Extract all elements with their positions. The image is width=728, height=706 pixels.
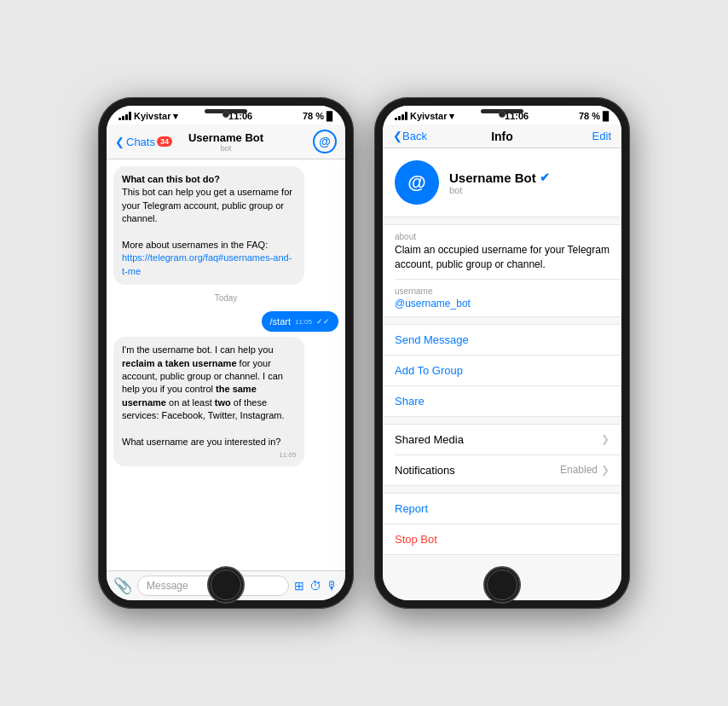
actions-section: Send Message Add To Group Share	[383, 324, 621, 417]
phone-info: Kyivstar ▾ 11:06 78 % ▉ ❮ Back Info Edit	[374, 97, 630, 609]
message-intro-bold: What can this bot do?	[122, 174, 220, 184]
info-content: @ Username Bot ✔ bot about Claim an occu…	[383, 148, 621, 600]
back-label-2: Back	[402, 130, 427, 142]
danger-section: Report Stop Bot	[383, 493, 621, 555]
username-value[interactable]: @username_bot	[395, 298, 610, 310]
username-field: username @username_bot	[383, 280, 621, 316]
signal-icon	[118, 112, 131, 120]
sticker-icon[interactable]: ⊞	[294, 579, 304, 593]
message-response: I'm the username bot. I can help you rec…	[113, 337, 304, 466]
share-button[interactable]: Share	[383, 386, 621, 416]
phones-container: Kyivstar ▾ 11:06 78 % ▉ ❮ Chats 34 Usern…	[81, 80, 647, 626]
shared-media-row[interactable]: Shared Media ❯	[383, 425, 621, 454]
nav-bar-1: ❮ Chats 34 Username Bot bot @	[107, 124, 345, 159]
start-command: /start	[270, 316, 291, 327]
phone-camera-2	[499, 111, 506, 118]
battery-icon-2: ▉	[603, 112, 610, 121]
about-label: about	[395, 232, 610, 241]
phone-camera	[222, 111, 229, 118]
date-divider: Today	[113, 293, 338, 303]
back-chevron-icon: ❮	[115, 136, 124, 148]
wifi-icon-2: ▾	[449, 111, 454, 122]
shared-media-label: Shared Media	[395, 433, 464, 446]
battery-icon: ▉	[326, 112, 333, 121]
response-question: What username are you interested in?	[122, 437, 281, 447]
info-header: @ Username Bot ✔ bot	[383, 148, 621, 217]
notifications-value: Enabled	[560, 464, 598, 476]
message-intro: What can this bot do? This bot can help …	[113, 166, 304, 285]
bot-name: Username Bot ✔	[449, 171, 550, 185]
at-icon: @	[313, 130, 337, 153]
back-button-2[interactable]: ❮ Back	[393, 130, 427, 142]
battery-label-2: 78 %	[579, 111, 600, 121]
carrier-label: Kyivstar	[134, 111, 170, 121]
bot-avatar: @	[395, 160, 439, 205]
shared-media-chevron: ❯	[601, 433, 610, 445]
home-button-ring	[211, 570, 241, 600]
notifications-row[interactable]: Notifications Enabled ❯	[383, 455, 621, 485]
back-badge: 34	[157, 136, 172, 147]
about-field: about Claim an occupied username for you…	[383, 225, 621, 279]
send-message-button[interactable]: Send Message	[383, 325, 621, 356]
home-button-1[interactable]	[207, 566, 245, 604]
username-label: username	[395, 286, 610, 296]
bot-subtitle: bot	[449, 185, 550, 195]
edit-label: Edit	[592, 130, 611, 142]
back-chevron-icon-2: ❮	[393, 130, 402, 142]
stop-bot-button[interactable]: Stop Bot	[383, 524, 621, 554]
home-button-ring-2	[487, 570, 517, 600]
phone-chat: Kyivstar ▾ 11:06 78 % ▉ ❮ Chats 34 Usern…	[98, 97, 354, 609]
attach-icon[interactable]: 📎	[113, 576, 132, 595]
notifications-chevron: ❯	[601, 464, 610, 476]
add-to-group-button[interactable]: Add To Group	[383, 356, 621, 386]
rows-section: Shared Media ❯ Notifications Enabled ❯	[383, 424, 621, 486]
nav-title-sub: bot	[188, 144, 263, 153]
message-intro-faq: More about usernames in the FAQ:	[122, 240, 268, 250]
info-nav-bar: ❮ Back Info Edit	[383, 124, 621, 148]
wifi-icon: ▾	[173, 111, 178, 122]
back-label-1: Chats	[126, 136, 155, 148]
start-time: 11:05	[295, 318, 312, 326]
about-section: about Claim an occupied username for you…	[383, 224, 621, 317]
user-start-message: /start 11:05 ✓✓	[262, 311, 338, 332]
report-button[interactable]: Report	[383, 494, 621, 524]
signal-icon-2	[395, 112, 407, 120]
message-checkmarks: ✓✓	[316, 317, 330, 326]
about-value: Claim an occupied username for your Tele…	[395, 243, 610, 272]
mic-icon[interactable]: 🎙	[326, 579, 338, 593]
carrier-label-2: Kyivstar	[410, 111, 447, 121]
nav-title-main: Username Bot	[188, 131, 263, 144]
chat-area: What can this bot do? This bot can help …	[107, 159, 345, 570]
faq-link[interactable]: https://telegram.org/faq#usernames-and-t…	[122, 252, 292, 275]
notifications-label: Notifications	[395, 464, 455, 477]
clock-icon[interactable]: ⏱	[309, 579, 321, 593]
nav-title-1: Username Bot bot	[188, 131, 263, 153]
response-text: I'm the username bot. I can help you rec…	[122, 344, 285, 420]
verified-icon: ✔	[540, 171, 550, 184]
back-button-1[interactable]: ❮ Chats 34	[115, 136, 172, 148]
battery-label: 78 %	[303, 111, 324, 121]
info-nav-title: Info	[491, 130, 513, 143]
home-button-2[interactable]	[483, 566, 521, 604]
response-time: 11:05	[279, 450, 296, 460]
edit-button[interactable]: Edit	[592, 130, 611, 142]
message-intro-text: This bot can help you get a username for…	[122, 187, 292, 223]
nav-right-1[interactable]: @	[313, 130, 337, 153]
